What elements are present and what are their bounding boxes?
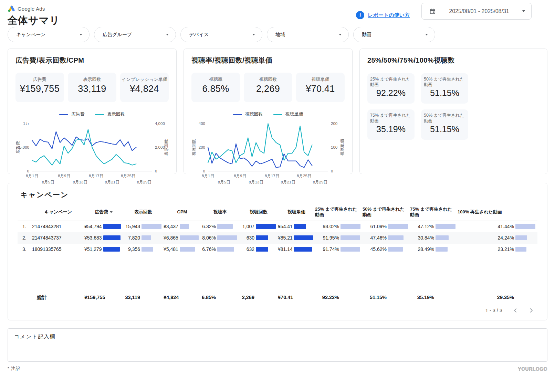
table-row[interactable]: 2.21474843737¥53,6837,820¥6,8658.06%630¥…: [18, 232, 537, 244]
metric-label: 50% まで再生された動画: [424, 77, 465, 87]
column-header-8[interactable]: 50% まで再生された動画: [363, 206, 410, 218]
info-icon: i: [356, 11, 364, 19]
table-row[interactable]: 1.21474843281¥54,79415,943¥3,4376.32%1,0…: [18, 221, 537, 232]
totals-bar-spacer: [341, 295, 360, 300]
cell-value: 632: [239, 246, 256, 252]
google-ads-icon: [8, 5, 15, 12]
totals-value: 29.35%: [458, 295, 515, 300]
legend-label: 表示回数: [107, 111, 125, 117]
bar-fill: [256, 247, 268, 252]
metric-tile-50pct-dup: 50% まで再生された動画 51.15%: [421, 109, 468, 140]
campaign-table-card: キャンペーン キャンペーン広告費表示回数CPM視聴率視聴回数視聴単価25% まで…: [8, 183, 547, 320]
cell-value: 8.06%: [201, 235, 217, 241]
cell-bar: [515, 247, 535, 252]
table-cell: ¥54,794: [84, 221, 123, 232]
totals-bar-spacer: [256, 295, 276, 300]
cell-value: 45.62%: [363, 246, 388, 252]
date-range-picker[interactable]: 2025/08/01 - 2025/08/31: [421, 3, 532, 20]
svg-text:8月17日: 8月17日: [89, 174, 103, 178]
column-header-2[interactable]: 表示回数: [123, 209, 164, 215]
legend-item: 表示回数: [95, 111, 125, 117]
filter-label: 広告グループ: [103, 32, 132, 38]
metric-value: 51.15%: [424, 88, 465, 98]
svg-text:8月21日: 8月21日: [281, 180, 295, 184]
table-cell: ¥53,683: [84, 232, 123, 244]
table-cell: 6.76%: [201, 244, 239, 255]
metric-value: ¥4,824: [120, 84, 169, 94]
chevron-down-icon: [80, 34, 82, 35]
totals-value: ¥70.41: [278, 295, 294, 300]
bar-fill: [341, 247, 360, 252]
metric-value: 35.19%: [370, 124, 412, 134]
table-body: 1.21474843281¥54,79415,943¥3,4376.32%1,0…: [18, 221, 537, 255]
cell-bar: [256, 224, 276, 229]
filter-device[interactable]: デバイス: [180, 27, 262, 42]
filter-video[interactable]: 動画: [353, 27, 435, 42]
column-header-9[interactable]: 75% まで再生された動画: [410, 206, 458, 218]
table-cell: ¥54.41: [278, 221, 315, 232]
column-header-10[interactable]: 100% 再生された動画: [458, 209, 537, 215]
svg-text:8月13日: 8月13日: [249, 180, 263, 184]
bar-fill: [515, 224, 535, 229]
views-cpv-line-chart[interactable]: 0200400視聴回数0100200視聴単価8月1日8月5日8月9日8月13日8…: [191, 118, 345, 186]
svg-text:8月1日: 8月1日: [26, 174, 38, 178]
legend-line-swatch: [273, 114, 282, 115]
cell-value: 23.21%: [458, 246, 515, 252]
filter-label: デバイス: [189, 32, 209, 38]
cell-value: ¥54.41: [278, 224, 294, 229]
table-cell: 30.84%: [410, 232, 458, 244]
filter-ad-group[interactable]: 広告グループ: [94, 27, 176, 42]
column-header-3[interactable]: CPM: [164, 209, 201, 215]
filter-region[interactable]: 地域: [267, 27, 349, 42]
column-header-7[interactable]: 25% まで再生された動画: [315, 206, 363, 218]
bar-fill: [142, 224, 161, 229]
column-header-6[interactable]: 視聴単価: [278, 209, 315, 215]
totals-bar-spacer: [180, 295, 199, 300]
column-header-5[interactable]: 視聴回数: [239, 209, 278, 215]
totals-cell: ¥70.41: [278, 290, 315, 304]
svg-text:視聴単価: 視聴単価: [340, 139, 345, 156]
totals-value: 6.85%: [201, 295, 217, 300]
cell-bar: [142, 247, 161, 252]
cost-impressions-line-chart[interactable]: 05,0001万広告費02,0004,000表示回数8月1日8月5日8月9日8月…: [15, 118, 169, 186]
watermark-logo: YOURLOGO: [518, 366, 547, 372]
legend-label: 視聴回数: [245, 111, 263, 117]
svg-text:4,000: 4,000: [155, 121, 165, 126]
cell-value: ¥85.21: [278, 235, 294, 241]
filter-label: キャンペーン: [16, 32, 46, 38]
pagination-next-icon[interactable]: [527, 306, 535, 315]
cell-value: 93.02%: [315, 224, 341, 229]
totals-cell: 2,269: [239, 290, 278, 304]
legend-line-swatch: [95, 114, 104, 115]
totals-value: 51.15%: [363, 295, 388, 300]
totals-label: 総計: [32, 294, 84, 301]
cell-value: 9,356: [123, 246, 142, 252]
svg-text:0: 0: [27, 169, 29, 173]
svg-text:8月25日: 8月25日: [121, 174, 135, 178]
cell-bar: [103, 247, 121, 252]
column-header-1[interactable]: 広告費: [84, 209, 123, 215]
cell-value: ¥51,279: [84, 246, 103, 252]
legend-label: 視聴単価: [285, 111, 303, 117]
column-header-4[interactable]: 視聴率: [201, 209, 239, 215]
table-cell: 41.44%: [458, 221, 537, 232]
column-header-0[interactable]: キャンペーン: [32, 209, 84, 215]
comment-box[interactable]: コメント記入欄: [8, 328, 547, 362]
filter-campaign[interactable]: キャンペーン: [8, 27, 90, 42]
cell-bar: [436, 224, 455, 229]
table-row[interactable]: 3.18091335765¥51,2799,356¥5,4816.76%632¥…: [18, 244, 537, 255]
report-help-link[interactable]: レポートの使い方: [368, 12, 410, 19]
metric-label: 表示回数: [68, 76, 116, 83]
bar-fill: [256, 224, 276, 229]
cell-bar: [294, 247, 313, 252]
totals-cell: 33,119: [123, 290, 164, 304]
cell-value: 15,943: [123, 224, 142, 229]
pagination-prev-icon[interactable]: [511, 306, 520, 315]
cell-bar: [341, 224, 360, 229]
table-cell: 47.12%: [410, 221, 458, 232]
table-cell: 630: [239, 232, 278, 244]
table-cell: 91.74%: [315, 244, 363, 255]
table-cell: ¥5,481: [164, 244, 201, 255]
bar-fill: [436, 235, 449, 240]
chart-legend: 広告費表示回数: [15, 111, 169, 117]
